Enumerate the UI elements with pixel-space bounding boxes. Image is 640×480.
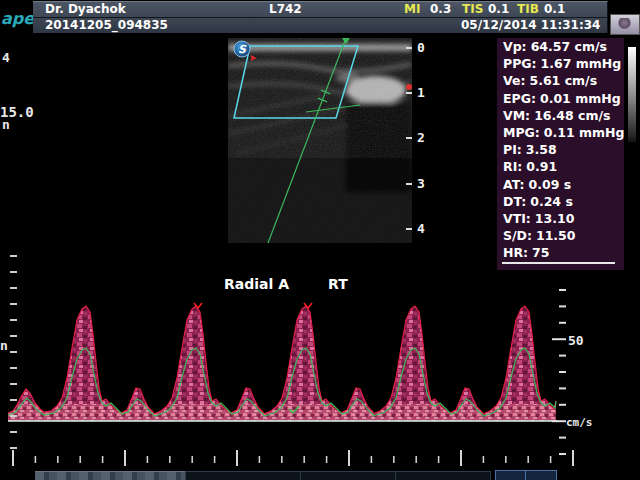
measurement-value: 13.10 (535, 211, 575, 226)
probe-name: L742 (269, 2, 302, 17)
measurement-label: S/D: (503, 228, 532, 243)
measurement-label: PI: (503, 142, 522, 157)
datetime: 05/12/2014 11:31:34 (461, 18, 600, 33)
tis-label: TIS (462, 2, 483, 17)
measurement-label: RI: (503, 159, 522, 174)
measurement-label: DT: (503, 194, 526, 209)
measurement-row: VM:16.48 cm/s (497, 107, 624, 124)
measurements-panel: Vp:64.57 cm/sPPG:1.67 mmHgVe:5.61 cm/sEP… (497, 38, 624, 270)
measurement-rows: Vp:64.57 cm/sPPG:1.67 mmHgVe:5.61 cm/sEP… (497, 38, 624, 261)
spectral-doppler-chart: 50 cm/s (0, 250, 640, 480)
brand-logo: ape (1, 9, 34, 28)
measurement-value: 64.57 cm/s (531, 39, 607, 54)
header-row-2: 20141205_094835 05/12/2014 11:31:34 (33, 18, 607, 33)
depth-mark-label: 2 (417, 131, 425, 145)
measurement-row: AT:0.09 s (497, 176, 624, 193)
measurement-row: PI:3.58 (497, 141, 624, 158)
focus-marker-icon[interactable] (406, 84, 412, 90)
toolbar-strip[interactable] (35, 471, 185, 480)
measurement-label: VM: (503, 108, 530, 123)
measurement-value: 5.61 cm/s (529, 73, 597, 88)
grayscale-bar (628, 47, 636, 142)
speckle-noise-low (228, 158, 412, 243)
depth-mark-label: 4 (417, 222, 425, 236)
measurement-row: PPG:1.67 mmHg (497, 55, 624, 72)
measurement-row: S/D:11.50 (497, 227, 624, 244)
depth-mark-label: 1 (417, 86, 425, 100)
doctor-name: Dr. Dyachok (45, 2, 126, 17)
depth-mark-label: 0 (417, 41, 425, 55)
measurement-row: RI:0.91 (497, 158, 624, 175)
depth-scale: 01234 (404, 38, 438, 243)
velocity-scale-label: 50 (568, 333, 584, 348)
measurement-row: DT:0.24 s (497, 193, 624, 210)
tib-label: TIB (517, 2, 539, 17)
toolbar-button-pair[interactable] (495, 470, 557, 480)
measurement-row: Ve:5.61 cm/s (497, 72, 624, 89)
thumbnail-image (618, 18, 631, 30)
tis-value: 0.1 (488, 2, 509, 17)
measurement-row: Vp:64.57 cm/s (497, 38, 624, 55)
measurement-row: EPG:0.01 mmHg (497, 90, 624, 107)
velocity-unit-label: cm/s (566, 416, 593, 429)
bmode-image: S (228, 38, 412, 243)
frequency-label: 4 (2, 50, 10, 65)
header-bar: Dr. Dyachok L742 MI 0.3 TIS 0.1 TIB 0.1 … (33, 1, 608, 33)
measurement-label: Ve: (503, 73, 525, 88)
measurement-value: 0.11 mmHg (544, 125, 625, 140)
spectrum-mosaic (8, 306, 556, 421)
measurement-value: 0.24 s (530, 194, 573, 209)
depth-tick (406, 92, 412, 94)
measurement-label: PPG: (503, 56, 537, 71)
measurement-row: MPG:0.11 mmHg (497, 124, 624, 141)
measurement-label: MPG: (503, 125, 540, 140)
measurement-label: Vp: (503, 39, 527, 54)
left-margin-char: n (2, 117, 10, 132)
orientation-badge-letter: S (238, 43, 247, 56)
toolbar-segment[interactable] (395, 471, 491, 480)
toolbar-segment[interactable] (300, 471, 396, 480)
exam-id: 20141205_094835 (45, 18, 168, 33)
depth-tick (406, 47, 412, 49)
toolbar-segment[interactable] (185, 471, 301, 480)
mi-value: 0.3 (430, 2, 451, 17)
mi-label: MI (404, 2, 420, 17)
button-divider (525, 471, 526, 480)
measurement-value: 1.67 mmHg (541, 56, 622, 71)
clip-thumbnail[interactable] (610, 14, 640, 35)
measurement-value: 16.48 cm/s (534, 108, 610, 123)
measurement-value: 0.01 mmHg (540, 91, 621, 106)
depth-mark-label: 3 (417, 177, 425, 191)
measurement-row: VTI:13.10 (497, 210, 624, 227)
spectral-waveform (8, 303, 557, 421)
speckle-noise (228, 38, 412, 158)
measurement-value: 0.91 (526, 159, 557, 174)
measurement-label: AT: (503, 177, 525, 192)
measurement-value: 3.58 (526, 142, 557, 157)
depth-tick (406, 183, 412, 185)
tib-value: 0.1 (544, 2, 565, 17)
depth-tick (406, 137, 412, 139)
measurement-value: 11.50 (536, 228, 576, 243)
measurement-label: EPG: (503, 91, 536, 106)
header-row-1: Dr. Dyachok L742 MI 0.3 TIS 0.1 TIB 0.1 (33, 2, 607, 18)
measurement-label: VTI: (503, 211, 531, 226)
ultrasound-screen: ape Dr. Dyachok L742 MI 0.3 TIS 0.1 TIB … (0, 0, 640, 480)
depth-tick (406, 228, 412, 230)
measurement-value: 0.09 s (529, 177, 572, 192)
